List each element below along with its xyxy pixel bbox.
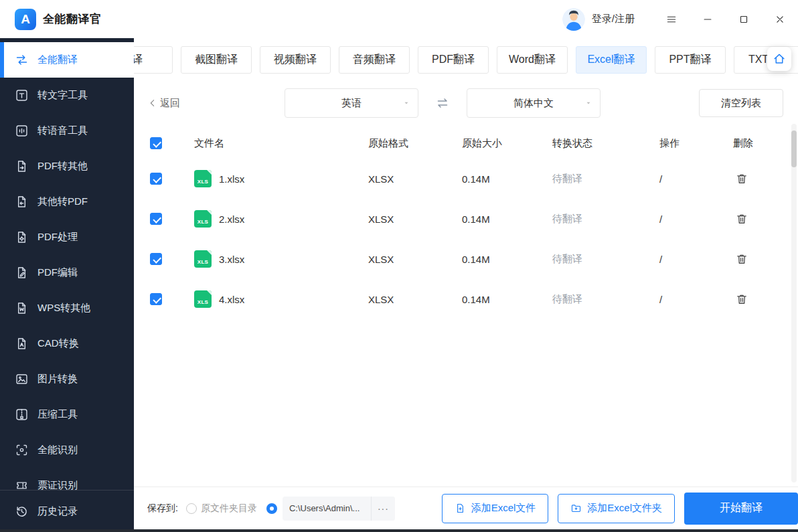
sidebar-item[interactable]: 转语音工具 (0, 113, 134, 149)
other-to-pdf-icon (15, 195, 29, 209)
select-all-checkbox[interactable] (150, 137, 162, 149)
clear-list-button[interactable]: 清空列表 (699, 89, 783, 117)
tab-label: Excel翻译 (587, 53, 635, 67)
save-path-input[interactable]: C:\Users\Admin\... (283, 497, 371, 521)
close-button[interactable] (774, 13, 786, 25)
user-avatar[interactable] (562, 8, 585, 31)
sidebar-item[interactable]: 其他转PDF (0, 184, 134, 219)
source-language-select[interactable]: 英语 (285, 88, 418, 118)
browse-button[interactable]: ··· (371, 497, 395, 521)
xls-file-icon: XLS (194, 290, 212, 308)
sidebar-item[interactable]: 压缩工具 (0, 397, 134, 432)
sidebar-item[interactable]: PDF转其他 (0, 149, 134, 184)
table-row: XLS 4.xlsx XLSX 0.14M 待翻译 / (134, 279, 798, 319)
delete-button[interactable] (735, 252, 748, 266)
home-button[interactable] (767, 47, 791, 71)
title-bar: A 全能翻译官 登录/注册 (0, 0, 798, 38)
tab[interactable]: 音频翻译 (339, 46, 410, 74)
sidebar-item[interactable]: 图片转换 (0, 361, 134, 397)
sidebar-item-label: CAD转换 (37, 337, 79, 350)
target-language-select[interactable]: 简体中文 (467, 88, 601, 118)
sidebar-item-history[interactable]: 历史记录 (0, 491, 134, 532)
file-operation: / (659, 254, 733, 265)
translate-icon (15, 53, 29, 67)
sidebar-item-label: 压缩工具 (37, 408, 78, 421)
sidebar-item-label: 其他转PDF (37, 195, 88, 208)
column-header-format: 原始格式 (368, 137, 462, 150)
file-name: 1.xlsx (219, 173, 244, 185)
tab-label: Word翻译 (509, 53, 556, 67)
row-checkbox[interactable] (150, 173, 162, 185)
add-excel-folder-label: 添加Excel文件夹 (587, 502, 662, 515)
sidebar-item[interactable]: WPS转其他 (0, 290, 134, 326)
row-checkbox[interactable] (150, 253, 162, 265)
sidebar-item[interactable]: 票证识别 (0, 468, 134, 490)
wps-convert-icon (15, 301, 29, 315)
delete-button[interactable] (735, 212, 748, 226)
original-folder-radio[interactable] (186, 503, 197, 514)
delete-button[interactable] (735, 292, 748, 306)
menu-icon[interactable] (665, 13, 677, 25)
tab[interactable]: PDF翻译 (418, 46, 489, 74)
to-text-icon (15, 88, 29, 102)
file-operation: / (659, 173, 733, 185)
file-size: 0.14M (462, 254, 552, 265)
scrollbar-thumb[interactable] (791, 130, 797, 167)
chevron-left-icon (147, 98, 158, 108)
custom-path-radio[interactable] (266, 503, 277, 514)
add-excel-folder-button[interactable]: 添加Excel文件夹 (558, 494, 675, 523)
column-header-size: 原始大小 (462, 137, 552, 150)
table-row: XLS 3.xlsx XLSX 0.14M 待翻译 / (134, 239, 798, 279)
sidebar-item[interactable]: 全能识别 (0, 432, 134, 468)
tab[interactable]: 译 (134, 46, 173, 74)
xls-file-icon: XLS (194, 210, 212, 228)
caret-down-icon (584, 99, 592, 107)
sidebar-item-label: 票证识别 (37, 479, 78, 490)
swap-languages-button[interactable] (432, 93, 453, 113)
save-to-label: 保存到: (147, 503, 178, 515)
column-header-operation: 操作 (659, 137, 733, 150)
home-icon (772, 52, 787, 66)
delete-button[interactable] (735, 172, 748, 185)
sidebar-item[interactable]: PDF编辑 (0, 255, 134, 290)
file-size: 0.14M (462, 173, 552, 185)
history-icon (15, 505, 29, 519)
sidebar-item[interactable]: 全能翻译 (0, 42, 134, 78)
file-status: 待翻译 (552, 173, 659, 185)
window-controls: 登录/注册 (562, 8, 798, 31)
tab-label: 音频翻译 (353, 53, 396, 67)
scrollbar[interactable] (791, 124, 797, 482)
sidebar-item-label: 图片转换 (37, 373, 78, 385)
sidebar-item[interactable]: 转文字工具 (0, 78, 134, 113)
xls-file-icon: XLS (194, 250, 212, 268)
tab[interactable]: PPT翻译 (655, 46, 726, 74)
start-translate-button[interactable]: 开始翻译 (684, 493, 798, 525)
back-button[interactable]: 返回 (147, 97, 180, 110)
original-folder-option[interactable]: 原文件夹目录 (186, 503, 257, 515)
sidebar-item-label: PDF转其他 (37, 160, 88, 173)
tab[interactable]: 视频翻译 (260, 46, 331, 74)
sidebar-item-label: 全能识别 (37, 444, 78, 456)
ticket-icon (15, 478, 29, 490)
swap-icon (434, 95, 451, 111)
sidebar-item-label: PDF编辑 (37, 266, 78, 279)
row-checkbox[interactable] (150, 293, 162, 305)
image-convert-icon (15, 372, 29, 386)
tab[interactable]: Excel翻译 (576, 46, 647, 74)
file-format: XLSX (368, 294, 462, 305)
minimize-button[interactable] (702, 13, 714, 25)
login-register-link[interactable]: 登录/注册 (592, 13, 635, 25)
sidebar-item-label: 历史记录 (37, 505, 78, 518)
sidebar-item[interactable]: PDF处理 (0, 219, 134, 255)
tab-label: 视频翻译 (274, 53, 317, 67)
sidebar-item[interactable]: CAD转换 (0, 326, 134, 361)
file-status: 待翻译 (552, 253, 659, 266)
tab[interactable]: Word翻译 (497, 46, 568, 74)
tab[interactable]: 截图翻译 (181, 46, 252, 74)
add-excel-file-button[interactable]: 添加Excel文件 (442, 494, 549, 523)
maximize-button[interactable] (738, 13, 750, 25)
main-content: 译 截图翻译 视频翻译 音频翻译 PDF翻译 (134, 38, 798, 532)
row-checkbox[interactable] (150, 213, 162, 225)
tab-label: PDF翻译 (432, 53, 475, 67)
caret-down-icon (402, 99, 410, 107)
